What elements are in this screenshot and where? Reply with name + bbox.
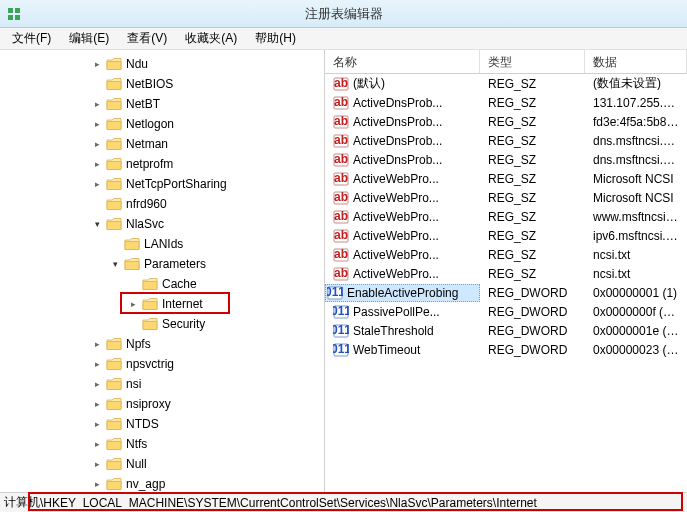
value-row[interactable]: ActiveDnsProb...REG_SZdns.msftncsi.com: [325, 131, 687, 150]
expander-closed-icon[interactable]: ▸: [90, 337, 104, 351]
folder-icon: [106, 477, 122, 491]
tree-node-nettcpportsharing[interactable]: ▸NetTcpPortSharing: [0, 174, 324, 194]
tree-node-cache[interactable]: Cache: [0, 274, 324, 294]
tree-node-netlogon[interactable]: ▸Netlogon: [0, 114, 324, 134]
status-prefix: 计算机: [4, 494, 40, 511]
value-row[interactable]: StaleThresholdREG_DWORD0x0000001e (30): [325, 321, 687, 340]
tree-label: Null: [126, 457, 147, 471]
value-type: REG_SZ: [480, 134, 585, 148]
tree-node-internet[interactable]: ▸Internet: [0, 294, 324, 314]
expander-closed-icon[interactable]: ▸: [90, 457, 104, 471]
tree-label: nsi: [126, 377, 141, 391]
expander-closed-icon[interactable]: ▸: [90, 177, 104, 191]
folder-icon: [142, 297, 158, 311]
value-row[interactable]: ActiveWebPro...REG_SZipv6.msftncsi.com: [325, 226, 687, 245]
titlebar[interactable]: 注册表编辑器: [0, 0, 687, 28]
folder-icon: [106, 117, 122, 131]
value-row[interactable]: ActiveDnsProb...REG_SZfd3e:4f5a:5b81::1: [325, 112, 687, 131]
menu-edit[interactable]: 编辑(E): [61, 28, 117, 49]
string-value-icon: [333, 209, 349, 225]
expander-closed-icon[interactable]: ▸: [90, 157, 104, 171]
expander-closed-icon[interactable]: ▸: [90, 397, 104, 411]
value-row[interactable]: ActiveWebPro...REG_SZwww.msftncsi.com: [325, 207, 687, 226]
tree-node-lanids[interactable]: LANIds: [0, 234, 324, 254]
value-row[interactable]: ActiveWebPro...REG_SZncsi.txt: [325, 245, 687, 264]
dword-value-icon: [333, 323, 349, 339]
tree-node-netbios[interactable]: NetBIOS: [0, 74, 324, 94]
value-row[interactable]: ActiveWebPro...REG_SZMicrosoft NCSI: [325, 188, 687, 207]
expander-closed-icon[interactable]: ▸: [90, 97, 104, 111]
tree-node-nfrd960[interactable]: nfrd960: [0, 194, 324, 214]
tree-node-netprofm[interactable]: ▸netprofm: [0, 154, 324, 174]
value-row[interactable]: EnableActiveProbingREG_DWORD0x00000001 (…: [325, 283, 687, 302]
value-type: REG_SZ: [480, 267, 585, 281]
string-value-icon: [333, 228, 349, 244]
expander-closed-icon[interactable]: ▸: [90, 437, 104, 451]
tree-node-nsi[interactable]: ▸nsi: [0, 374, 324, 394]
expander-open-icon[interactable]: ▾: [108, 257, 122, 271]
tree-node-netbt[interactable]: ▸NetBT: [0, 94, 324, 114]
value-row[interactable]: PassivePollPe...REG_DWORD0x0000000f (15): [325, 302, 687, 321]
expander-closed-icon[interactable]: ▸: [90, 477, 104, 491]
tree-node-nsiproxy[interactable]: ▸nsiproxy: [0, 394, 324, 414]
value-data: dns.msftncsi.com: [585, 153, 687, 167]
tree-pane[interactable]: ▸NduNetBIOS▸NetBT▸Netlogon▸Netman▸netpro…: [0, 50, 325, 492]
expander-closed-icon[interactable]: ▸: [90, 377, 104, 391]
folder-icon: [106, 157, 122, 171]
tree-node-npsvctrig[interactable]: ▸npsvctrig: [0, 354, 324, 374]
string-value-icon: [333, 190, 349, 206]
value-data: ncsi.txt: [585, 248, 687, 262]
folder-icon: [142, 317, 158, 331]
tree-node-ntfs[interactable]: ▸Ntfs: [0, 434, 324, 454]
expander-closed-icon[interactable]: ▸: [90, 117, 104, 131]
folder-icon: [106, 417, 122, 431]
string-value-icon: [333, 152, 349, 168]
tree-node-null[interactable]: ▸Null: [0, 454, 324, 474]
tree-label: nfrd960: [126, 197, 167, 211]
tree-node-nlasvc[interactable]: ▾NlaSvc: [0, 214, 324, 234]
value-type: REG_SZ: [480, 115, 585, 129]
folder-icon: [106, 357, 122, 371]
column-type-header[interactable]: 类型: [480, 50, 585, 73]
column-data-header[interactable]: 数据: [585, 50, 687, 73]
expander-closed-icon[interactable]: ▸: [90, 417, 104, 431]
value-row[interactable]: ActiveDnsProb...REG_SZ131.107.255.255: [325, 93, 687, 112]
value-name: ActiveWebPro...: [353, 191, 439, 205]
value-type: REG_DWORD: [480, 324, 585, 338]
value-row[interactable]: (默认)REG_SZ(数值未设置): [325, 74, 687, 93]
tree-node-parameters[interactable]: ▾Parameters: [0, 254, 324, 274]
value-row[interactable]: ActiveDnsProb...REG_SZdns.msftncsi.com: [325, 150, 687, 169]
string-value-icon: [333, 247, 349, 263]
expander-closed-icon[interactable]: ▸: [90, 57, 104, 71]
tree-node-netman[interactable]: ▸Netman: [0, 134, 324, 154]
tree-node-npfs[interactable]: ▸Npfs: [0, 334, 324, 354]
status-path: \HKEY_LOCAL_MACHINE\SYSTEM\CurrentContro…: [40, 496, 537, 510]
menu-file[interactable]: 文件(F): [4, 28, 59, 49]
value-data: dns.msftncsi.com: [585, 134, 687, 148]
tree-node-nv_agp[interactable]: ▸nv_agp: [0, 474, 324, 492]
value-row[interactable]: ActiveWebPro...REG_SZMicrosoft NCSI: [325, 169, 687, 188]
tree-node-ndu[interactable]: ▸Ndu: [0, 54, 324, 74]
tree-label: NetTcpPortSharing: [126, 177, 227, 191]
column-name-header[interactable]: 名称: [325, 50, 480, 73]
expander-open-icon[interactable]: ▾: [90, 217, 104, 231]
folder-icon: [106, 137, 122, 151]
value-row[interactable]: ActiveWebPro...REG_SZncsi.txt: [325, 264, 687, 283]
string-value-icon: [333, 114, 349, 130]
menu-view[interactable]: 查看(V): [119, 28, 175, 49]
menu-favorites[interactable]: 收藏夹(A): [177, 28, 245, 49]
value-data: Microsoft NCSI: [585, 191, 687, 205]
value-type: REG_DWORD: [480, 286, 585, 300]
list-pane[interactable]: 名称 类型 数据 (默认)REG_SZ(数值未设置)ActiveDnsProb.…: [325, 50, 687, 492]
value-type: REG_SZ: [480, 153, 585, 167]
expander-closed-icon[interactable]: ▸: [90, 357, 104, 371]
expander-closed-icon[interactable]: ▸: [126, 297, 140, 311]
value-row[interactable]: WebTimeoutREG_DWORD0x00000023 (35): [325, 340, 687, 359]
menu-help[interactable]: 帮助(H): [247, 28, 304, 49]
tree-node-ntds[interactable]: ▸NTDS: [0, 414, 324, 434]
value-name: ActiveWebPro...: [353, 210, 439, 224]
expander-closed-icon[interactable]: ▸: [90, 137, 104, 151]
tree-label: netprofm: [126, 157, 173, 171]
tree-node-security[interactable]: Security: [0, 314, 324, 334]
string-value-icon: [333, 76, 349, 92]
